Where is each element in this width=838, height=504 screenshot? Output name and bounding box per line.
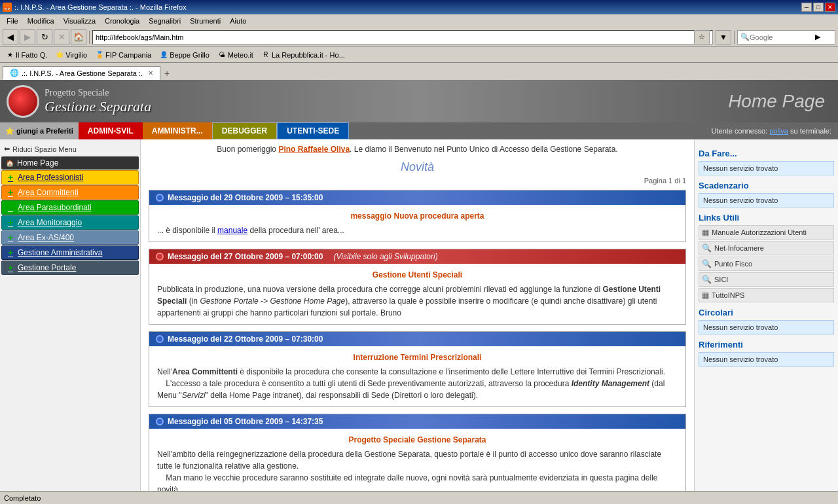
menu-segnalibri[interactable]: Segnalibri xyxy=(145,16,185,26)
rp-link-puntofisco-label: Punto Fisco xyxy=(714,260,752,268)
reduce-menu-button[interactable]: ⬅ Riduci Spazio Menu xyxy=(0,142,140,156)
search-input[interactable] xyxy=(750,33,815,41)
bullet-2 xyxy=(156,253,164,261)
rp-title-riferimenti: Riferimenti xyxy=(699,340,834,350)
rp-link-manuale[interactable]: ▦ Manuale Autorizzazioni Utenti xyxy=(699,225,834,240)
msg-date-1: Messaggio del 29 Ottobre 2009 – 15:35:00 xyxy=(168,193,323,202)
menu-visualizza[interactable]: Visualizza xyxy=(60,16,100,26)
menu-aiuto[interactable]: Aiuto xyxy=(226,16,250,26)
username-link[interactable]: poliva xyxy=(769,127,788,135)
firefox-icon: 🦊 xyxy=(3,3,12,12)
sidebar-exas400-label: Area Ex-AS/400 xyxy=(18,233,74,242)
bookmark-fip-label: FIP Campania xyxy=(105,51,151,59)
bookmark-fip[interactable]: 🏅 FIP Campania xyxy=(92,49,154,61)
sidebar-item-exas400[interactable]: + Area Ex-AS/400 xyxy=(1,230,139,245)
refresh-address[interactable]: ▼ xyxy=(716,30,731,45)
msg-link-2[interactable]: Gestione Utenti Speciali xyxy=(157,269,678,281)
rp-link-netinfocamere-label: Net-Infocamere xyxy=(714,244,764,252)
refresh-button[interactable]: ↻ xyxy=(37,29,52,45)
plus-icon-gestione-portale: + xyxy=(6,263,15,272)
il-fatto-icon: ★ xyxy=(5,50,14,60)
virgilio-icon: 🌟 xyxy=(55,50,64,60)
add-favorites-button[interactable]: ⭐ giungi a Preferiti xyxy=(0,122,79,139)
bookmark-virgilio-label: Virgilio xyxy=(65,51,87,59)
user-info-text: Utente connesso: poliva su terminale: xyxy=(712,127,831,135)
message-block-3: Messaggio del 22 Ottobre 2009 – 07:30:00… xyxy=(149,331,686,407)
minimize-button[interactable]: ─ xyxy=(801,3,812,12)
welcome-before: Buon pomeriggio xyxy=(217,145,278,154)
close-button[interactable]: ✕ xyxy=(825,3,835,12)
rp-link-sici[interactable]: 🔍 SICI xyxy=(699,272,834,287)
bookmark-virgilio[interactable]: 🌟 Virgilio xyxy=(52,49,90,61)
rp-link-sici-label: SICI xyxy=(714,276,728,283)
fip-icon: 🏅 xyxy=(95,50,104,60)
bookmark-grillo[interactable]: 👤 Beppe Grillo xyxy=(156,49,212,61)
tab-amministr-label: AMMINISTR... xyxy=(152,126,203,135)
plus-icon-committenti: + xyxy=(6,188,15,197)
search-submit-icon[interactable]: ▶ xyxy=(815,33,820,41)
back-button[interactable]: ◀ xyxy=(3,29,18,45)
menu-strumenti[interactable]: Strumenti xyxy=(186,16,225,26)
msg-link-4[interactable]: Progetto Speciale Gestione Separata xyxy=(157,434,678,446)
window-title: :. I.N.P.S. - Area Gestione Separata :. … xyxy=(14,3,187,11)
window-controls[interactable]: ─ □ ✕ xyxy=(801,3,835,12)
tab-debugger[interactable]: DEBUGGER xyxy=(212,122,277,139)
main-tab[interactable]: 🌐 .:. I.N.P.S. - Area Gestione Separata … xyxy=(3,66,160,80)
new-tab-button[interactable]: + xyxy=(160,67,173,80)
sidebar-parasubordinati-label: Area Parasubordinati xyxy=(18,203,92,212)
menu-file[interactable]: File xyxy=(3,16,22,26)
home-button[interactable]: 🏠 xyxy=(71,29,86,45)
menu-modifica[interactable]: Modifica xyxy=(24,16,58,26)
tab-close-icon[interactable]: ✕ xyxy=(148,69,153,77)
search-box[interactable]: 🔍 ▶ xyxy=(737,30,835,45)
tab-debugger-label: DEBUGGER xyxy=(222,126,267,135)
bookmark-repubblica[interactable]: R La Repubblica.it - Ho... xyxy=(259,49,348,61)
sidebar-item-parasubordinati[interactable]: + Area Parasubordinati xyxy=(1,200,139,215)
forward-button[interactable]: ▶ xyxy=(20,29,35,45)
page-content: Progetto Speciale Gestione Separata Home… xyxy=(0,80,838,491)
rp-link-netinfocamere[interactable]: 🔍 Net-Infocamere xyxy=(699,241,834,255)
menubar: File Modifica Visualizza Cronologia Segn… xyxy=(0,14,838,27)
bookmark-meteo[interactable]: 🌤 Meteo.it xyxy=(215,49,256,61)
sidebar-item-committenti[interactable]: + Area Committenti xyxy=(1,185,139,200)
user-info-bar: Utente connesso: poliva su terminale: xyxy=(349,122,838,139)
sidebar-item-professionisti[interactable]: + Area Professionisti xyxy=(1,170,139,185)
sidebar-item-home[interactable]: 🏠 Home Page xyxy=(1,156,139,170)
bookmark-star[interactable]: ☆ xyxy=(694,30,710,45)
tab-label: .:. I.N.P.S. - Area Gestione Separata :. xyxy=(22,69,143,77)
sidebar-professionisti-label: Area Professionisti xyxy=(18,173,83,182)
sidebar-monitoraggio-label: Area Monitoraggio xyxy=(18,218,82,227)
bookmark-il-fatto[interactable]: ★ Il Fatto Q. xyxy=(3,49,50,61)
msg-text-2: Pubblicata in produzione, una nuova vers… xyxy=(157,285,661,317)
rp-circolari-box: Nessun servizio trovato xyxy=(699,320,834,334)
sidebar-item-gestione-portale[interactable]: + Gestione Portale xyxy=(1,261,139,275)
search-icon-puntofisco: 🔍 xyxy=(702,259,712,268)
tab-admin-svil[interactable]: ADMIN-SVIL xyxy=(79,122,143,139)
msg-text-3: Nell'Area Committenti è disponibile la p… xyxy=(157,367,665,400)
home-icon: 🏠 xyxy=(5,158,14,168)
bookmark-repubblica-label: La Repubblica.it - Ho... xyxy=(272,51,345,59)
search-icon-sici: 🔍 xyxy=(702,275,712,284)
content-wrapper: ⬅ Riduci Spazio Menu 🏠 Home Page + Area … xyxy=(0,139,838,491)
maximize-button[interactable]: □ xyxy=(813,3,824,12)
plus-icon-gestione-amm: + xyxy=(6,248,15,257)
bookmark-il-fatto-label: Il Fatto Q. xyxy=(16,51,47,59)
manuale-link[interactable]: manuale xyxy=(217,226,247,235)
msg-link-3[interactable]: Interruzione Termini Prescrizionali xyxy=(157,351,678,363)
user-full-name-link[interactable]: Pino Raffaele Oliva xyxy=(278,145,350,154)
address-bar[interactable]: http://lifebook/ags/Main.htm ☆ xyxy=(92,30,713,45)
tab-utenti-sede[interactable]: UTENTI-SEDE xyxy=(277,122,349,139)
sidebar-item-gestione-amministrativa[interactable]: + Gestione Amministrativa xyxy=(1,245,139,260)
msg-link-1[interactable]: messaggio Nuova procedura aperta xyxy=(157,210,678,222)
msg-date-4: Messaggio del 05 Ottobre 2009 – 14:37:35 xyxy=(168,417,323,426)
rp-link-tuttoinps[interactable]: ▦ TuttoINPS xyxy=(699,288,834,302)
stop-button[interactable]: ✕ xyxy=(54,29,69,45)
search-icon-netinfo: 🔍 xyxy=(702,243,712,253)
menu-cronologia[interactable]: Cronologia xyxy=(101,16,143,26)
tab-amministr[interactable]: AMMINISTR... xyxy=(143,122,212,139)
msg-extra-2: (Visibile solo agli Sviluppatori) xyxy=(333,252,437,261)
sidebar-item-monitoraggio[interactable]: + Area Monitoraggio xyxy=(1,215,139,230)
msg-header-2: Messaggio del 27 Ottobre 2009 – 07:00:00… xyxy=(149,249,685,264)
rp-link-puntofisco[interactable]: 🔍 Punto Fisco xyxy=(699,257,834,271)
status-text: Completato xyxy=(4,494,41,502)
